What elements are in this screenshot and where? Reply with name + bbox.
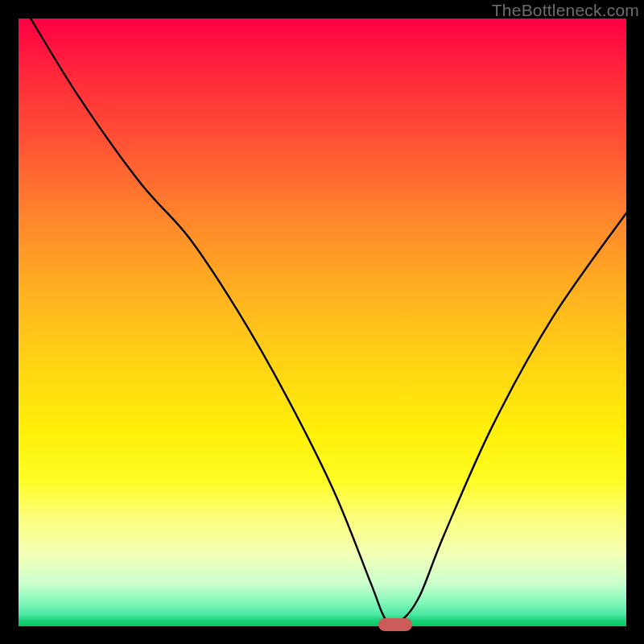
minimum-marker [378, 618, 412, 631]
curve-path [31, 19, 626, 624]
plot-area [19, 19, 626, 626]
chart-frame: TheBottleneck.com [0, 0, 644, 644]
bottleneck-curve [19, 19, 626, 626]
watermark-text: TheBottleneck.com [492, 1, 639, 20]
